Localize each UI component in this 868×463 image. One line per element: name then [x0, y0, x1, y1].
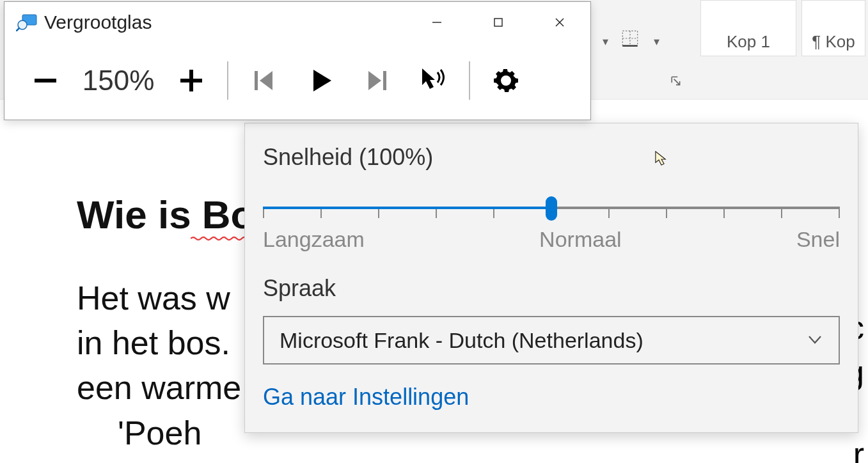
style-kop-pilcrow[interactable]: ¶ Kop	[801, 0, 865, 56]
magnifier-toolbar: 150%	[4, 43, 590, 118]
borders-button[interactable]	[617, 26, 643, 51]
slider-mid-label: Normaal	[539, 227, 621, 252]
slider-thumb[interactable]	[546, 196, 557, 221]
svg-rect-13	[189, 70, 193, 91]
voice-section-label: Spraak	[263, 275, 840, 302]
svg-line-6	[17, 28, 19, 31]
svg-marker-15	[260, 71, 272, 90]
voice-selected-value: Microsoft Frank - Dutch (Netherlands)	[280, 328, 643, 353]
reading-settings-popup: Snelheid (100%) Langzaam Normaal Snel Sp…	[244, 123, 858, 433]
slider-min-label: Langzaam	[263, 227, 365, 252]
window-controls	[406, 2, 590, 43]
previous-button[interactable]	[236, 43, 292, 118]
mouse-cursor-icon	[655, 151, 668, 166]
document-heading: Wie is Bol	[77, 192, 266, 237]
spellcheck-underline	[191, 236, 249, 241]
style-label: Kop 1	[727, 32, 770, 52]
settings-button[interactable]	[478, 43, 534, 118]
svg-rect-11	[35, 79, 56, 82]
svg-marker-16	[313, 70, 331, 91]
magnifier-app-icon	[16, 13, 38, 31]
style-label: ¶ Kop	[812, 32, 855, 52]
styles-gallery[interactable]: Kop 1 ¶ Kop	[698, 0, 868, 56]
chevron-down-icon	[807, 328, 823, 353]
slider-labels: Langzaam Normaal Snel	[263, 227, 840, 252]
titlebar[interactable]: Vergrootglas	[4, 2, 590, 43]
zoom-level-display: 150%	[74, 65, 163, 97]
next-button[interactable]	[349, 43, 405, 118]
svg-rect-8	[494, 19, 502, 26]
slider-max-label: Snel	[796, 227, 840, 252]
svg-marker-19	[422, 68, 435, 89]
close-button[interactable]	[529, 2, 590, 43]
style-kop1[interactable]: Kop 1	[700, 0, 796, 56]
dialog-launcher-icon[interactable]	[670, 75, 682, 87]
separator	[227, 61, 228, 100]
voice-select[interactable]: Microsoft Frank - Dutch (Netherlands)	[263, 316, 840, 365]
dropdown-caret[interactable]: ▾	[599, 31, 612, 52]
maximize-button[interactable]	[468, 2, 529, 43]
magnifier-window: Vergrootglas 150%	[4, 1, 591, 120]
dropdown-caret[interactable]: ▾	[650, 31, 663, 52]
minimize-button[interactable]	[406, 2, 468, 43]
separator	[469, 61, 470, 100]
zoom-in-button[interactable]	[163, 43, 219, 118]
window-title: Vergrootglas	[44, 12, 152, 33]
doc-fragment: r	[853, 435, 864, 463]
zoom-out-button[interactable]	[17, 43, 74, 118]
play-button[interactable]	[292, 43, 349, 118]
speed-label: Snelheid (100%)	[263, 144, 840, 171]
svg-rect-17	[383, 71, 386, 90]
svg-marker-18	[368, 71, 381, 90]
read-from-cursor-button[interactable]	[405, 43, 461, 118]
svg-rect-14	[255, 71, 258, 90]
go-to-settings-link[interactable]: Ga naar Instellingen	[263, 384, 840, 411]
speed-slider[interactable]	[263, 192, 840, 223]
